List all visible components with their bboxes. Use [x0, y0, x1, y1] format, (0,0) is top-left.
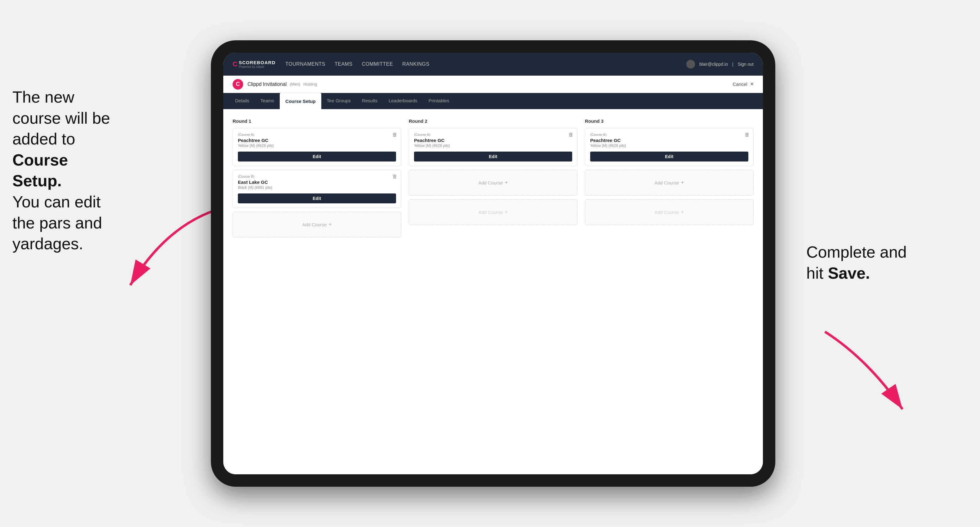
nav-email: blair@clippd.io	[699, 62, 728, 67]
round-3-course-a-card: (Course A) Peachtree GC Yellow (M) (6629…	[585, 128, 754, 166]
event-logo: C	[232, 79, 243, 90]
round-1-course-a-details: Yellow (M) (6629 yds)	[238, 143, 396, 148]
round-1-add-course-label: Add Course	[302, 222, 326, 227]
round-1-course-a-card: (Course A) Peachtree GC Yellow (M) (6629…	[232, 128, 401, 166]
annotation-line5: the pars and	[13, 214, 102, 232]
round-1-course-a-name: Peachtree GC	[238, 138, 396, 143]
round-2-add-course-plus: +	[504, 179, 508, 186]
round-1-course-a-delete[interactable]: 🗑	[392, 132, 397, 138]
round-2-course-a-edit-button[interactable]: Edit	[414, 152, 572, 162]
round-3-add-course-disabled: Add Course +	[585, 199, 754, 225]
nav-link-tournaments[interactable]: TOURNAMENTS	[285, 61, 325, 67]
annotation-line6: yardages.	[13, 235, 83, 252]
subtitle-bar-right: Cancel ×	[733, 81, 754, 87]
tabs-bar: Details Teams Course Setup Tee Groups Re…	[223, 93, 763, 109]
sign-out-link[interactable]: Sign out	[738, 62, 754, 67]
nav-brand: SCOREBOARD	[239, 60, 275, 65]
right-annotation: Complete and hit Save.	[806, 242, 918, 284]
round-3-add-course-label: Add Course	[654, 180, 679, 186]
round-3-label: Round 3	[585, 118, 754, 124]
nav-logo: C	[232, 60, 237, 68]
annotation-line4: You can edit	[13, 193, 100, 211]
round-2-course-a-badge: (Course A)	[414, 133, 572, 137]
round-1-add-course-plus: +	[328, 221, 332, 228]
round-1-add-course-button[interactable]: Add Course +	[232, 212, 401, 238]
annotation-line2: course will be	[13, 109, 110, 127]
nav-brand-sub: Powered by clippd	[239, 65, 275, 68]
arrow-right	[806, 322, 918, 422]
round-2-add-course-disabled-label: Add Course	[478, 210, 503, 215]
round-1-course-b-name: East Lake GC	[238, 179, 396, 185]
annotation-line3: added to	[13, 130, 75, 148]
tablet-screen: C SCOREBOARD Powered by clippd TOURNAMEN…	[223, 53, 763, 474]
cancel-label[interactable]: Cancel	[733, 81, 748, 87]
round-1-course-b-card: (Course B) East Lake GC Black (M) (6891 …	[232, 170, 401, 208]
round-1-course-a-edit-button[interactable]: Edit	[238, 152, 396, 162]
nav-link-rankings[interactable]: RANKINGS	[402, 61, 430, 67]
round-3-add-course-plus: +	[681, 179, 684, 186]
top-nav: C SCOREBOARD Powered by clippd TOURNAMEN…	[223, 53, 763, 76]
tab-teams[interactable]: Teams	[255, 93, 280, 109]
right-annotation-line1: Complete and	[806, 243, 907, 261]
round-1-course-b-delete[interactable]: 🗑	[392, 174, 397, 179]
event-gender: (Men)	[290, 82, 300, 86]
round-2-add-course-disabled: Add Course +	[409, 199, 578, 225]
main-content: Round 1 (Course A) Peachtree GC Yellow (…	[223, 109, 763, 474]
tab-tee-groups[interactable]: Tee Groups	[321, 93, 356, 109]
tab-leaderboards[interactable]: Leaderboards	[383, 93, 423, 109]
nav-link-teams[interactable]: TEAMS	[335, 61, 353, 67]
tab-results[interactable]: Results	[356, 93, 383, 109]
annotation-line1: The new	[13, 88, 74, 106]
tab-course-setup[interactable]: Course Setup	[280, 93, 321, 109]
round-2-add-course-button[interactable]: Add Course +	[409, 170, 578, 195]
round-3-course-a-badge: (Course A)	[590, 133, 748, 137]
nav-avatar	[686, 60, 695, 68]
rounds-grid: Round 1 (Course A) Peachtree GC Yellow (…	[232, 118, 754, 241]
round-2-course-a-details: Yellow (M) (6629 yds)	[414, 143, 572, 148]
round-3-course-a-delete[interactable]: 🗑	[745, 132, 749, 138]
round-2-col: Round 2 (Course A) Peachtree GC Yellow (…	[409, 118, 578, 229]
round-2-course-a-delete[interactable]: 🗑	[568, 132, 573, 138]
nav-separator: |	[732, 62, 733, 67]
round-1-col: Round 1 (Course A) Peachtree GC Yellow (…	[232, 118, 401, 241]
nav-links: TOURNAMENTS TEAMS COMMITTEE RANKINGS	[285, 61, 686, 67]
round-3-course-a-edit-button[interactable]: Edit	[590, 152, 748, 162]
round-2-add-course-label: Add Course	[478, 180, 503, 186]
round-3-course-a-name: Peachtree GC	[590, 138, 748, 143]
hosting-badge: Hosting	[303, 82, 317, 86]
annotation-bold: Course Setup.	[13, 151, 68, 190]
nav-link-committee[interactable]: COMMITTEE	[362, 61, 393, 67]
round-2-course-a-name: Peachtree GC	[414, 138, 572, 143]
round-1-course-b-edit-button[interactable]: Edit	[238, 194, 396, 203]
round-1-label: Round 1	[232, 118, 401, 124]
left-annotation: The new course will be added to Course S…	[13, 87, 118, 254]
tab-printables[interactable]: Printables	[423, 93, 455, 109]
round-3-col: Round 3 (Course A) Peachtree GC Yellow (…	[585, 118, 754, 229]
round-3-add-course-button[interactable]: Add Course +	[585, 170, 754, 195]
right-annotation-line2: hit Save.	[806, 264, 870, 282]
nav-right: blair@clippd.io | Sign out	[686, 60, 754, 68]
tablet-device: C SCOREBOARD Powered by clippd TOURNAMEN…	[211, 40, 775, 487]
round-2-label: Round 2	[409, 118, 578, 124]
round-3-add-course-disabled-label: Add Course	[654, 210, 679, 215]
round-2-course-a-card: (Course A) Peachtree GC Yellow (M) (6629…	[409, 128, 578, 166]
round-3-course-a-details: Yellow (M) (6629 yds)	[590, 143, 748, 148]
round-1-course-b-details: Black (M) (6891 yds)	[238, 186, 396, 190]
cancel-icon[interactable]: ×	[750, 81, 754, 87]
round-2-add-course-disabled-plus: +	[504, 209, 508, 216]
event-name: Clippd Invitational	[248, 81, 286, 87]
round-1-course-a-badge: (Course A)	[238, 133, 396, 137]
subtitle-bar: C Clippd Invitational (Men) Hosting Canc…	[223, 76, 763, 93]
round-1-course-b-badge: (Course B)	[238, 175, 396, 178]
tab-details[interactable]: Details	[229, 93, 255, 109]
round-3-add-course-disabled-plus: +	[681, 209, 684, 216]
